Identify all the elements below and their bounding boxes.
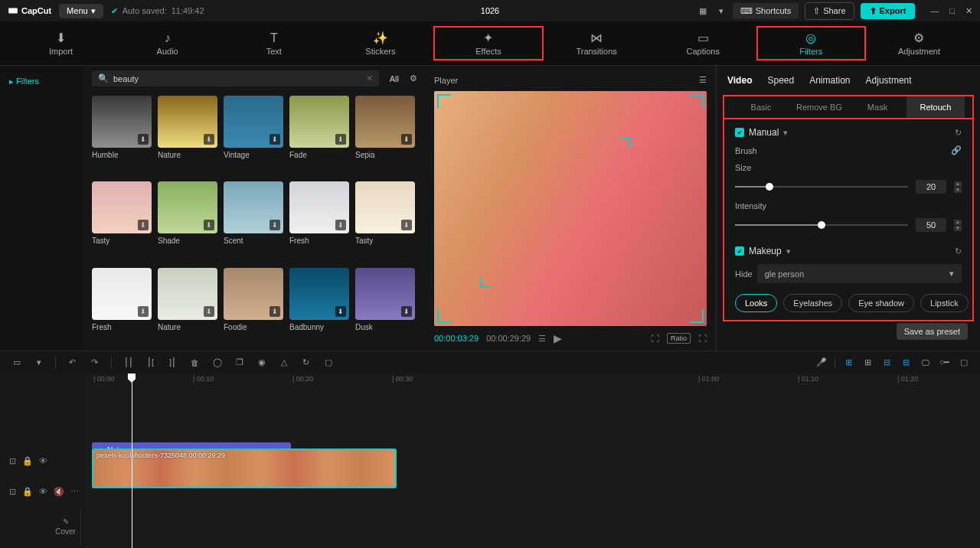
filter-sepia[interactable]: ⬇Sepia: [355, 96, 415, 174]
playhead[interactable]: [132, 373, 132, 548]
download-icon[interactable]: ⬇: [270, 306, 280, 317]
inspector-tab-speed[interactable]: Speed: [767, 75, 794, 86]
size-step-down[interactable]: ▼: [954, 188, 962, 193]
media-tab-adjustment[interactable]: ⚙Adjustment: [866, 26, 972, 60]
layout-dropdown-icon[interactable]: ▾: [716, 5, 727, 18]
filter-nature[interactable]: ⬇Nature: [158, 268, 217, 346]
fullscreen-icon[interactable]: ⛶: [698, 334, 707, 343]
minimize-button[interactable]: —: [930, 6, 939, 16]
makeup-checkbox[interactable]: ✔: [735, 246, 744, 256]
download-icon[interactable]: ⬇: [138, 306, 149, 317]
download-icon[interactable]: ⬇: [335, 220, 346, 230]
eye-icon[interactable]: 👁: [39, 487, 47, 496]
size-step-up[interactable]: ▲: [954, 181, 962, 187]
reset-makeup-icon[interactable]: ↻: [955, 246, 962, 256]
trim-left-icon[interactable]: ⎮[: [145, 357, 156, 367]
download-icon[interactable]: ⬇: [335, 134, 346, 145]
filter-fresh[interactable]: ⬇Fresh: [92, 268, 152, 346]
filter-scent[interactable]: ⬇Scent: [224, 181, 283, 259]
timeline-ruler[interactable]: | 00:00| 00:10| 00:20| 00:30| 01:00| 01:…: [86, 373, 980, 390]
zoom-slider-icon[interactable]: ○━: [939, 357, 950, 367]
inspector-subtab-retouch[interactable]: Retouch: [906, 96, 965, 118]
shield-icon[interactable]: ◯: [211, 357, 223, 367]
filter-nature[interactable]: ⬇Nature: [158, 96, 217, 174]
play-button[interactable]: ▶: [554, 332, 562, 344]
brush-link-icon[interactable]: 🔗: [951, 145, 962, 155]
export-button[interactable]: ⬆ Export: [861, 3, 916, 19]
menu-button[interactable]: Menu▾: [59, 4, 103, 18]
copy-icon[interactable]: ❐: [234, 357, 245, 367]
save-preset-button[interactable]: Save as preset: [897, 323, 968, 340]
fit-icon[interactable]: ▢: [958, 357, 969, 367]
maximize-button[interactable]: □: [949, 6, 955, 16]
filter-fade[interactable]: ⬇Fade: [289, 96, 349, 174]
shortcuts-button[interactable]: ⌨ Shortcuts: [733, 3, 799, 19]
lock2-icon[interactable]: 🔒: [22, 487, 33, 497]
download-icon[interactable]: ⬇: [204, 220, 214, 230]
snap-icon-1[interactable]: ⊞: [843, 357, 854, 367]
intensity-value-input[interactable]: [916, 218, 946, 232]
filter-dusk[interactable]: ⬇Dusk: [355, 268, 415, 346]
download-icon[interactable]: ⬇: [270, 220, 280, 230]
sort-icon[interactable]: ⚙: [410, 73, 417, 83]
snap-icon-2[interactable]: ⊞: [862, 357, 874, 367]
media-tab-audio[interactable]: ♪Audio: [114, 26, 220, 60]
trim-right-icon[interactable]: ]⎮: [167, 357, 178, 367]
snap-icon-4[interactable]: ⊟: [900, 357, 912, 367]
intensity-step-up[interactable]: ▲: [954, 220, 962, 225]
select-tool-icon[interactable]: ▭: [11, 357, 22, 367]
filter-humble[interactable]: ⬇Humble: [92, 96, 152, 174]
monitor-icon[interactable]: 🖵: [920, 358, 931, 367]
media-tab-text[interactable]: TText: [220, 26, 327, 60]
inspector-tab-video[interactable]: Video: [727, 75, 752, 86]
download-icon[interactable]: ⬇: [401, 306, 412, 317]
crop-icon[interactable]: ⛶: [651, 334, 659, 343]
layout-icon[interactable]: ▦: [696, 5, 710, 18]
filter-fresh[interactable]: ⬇Fresh: [289, 181, 349, 259]
media-tab-import[interactable]: ⬇Import: [8, 26, 114, 60]
list-icon[interactable]: ☰: [538, 334, 546, 344]
sidebar-filters[interactable]: ▸ Filters: [0, 70, 84, 93]
media-tab-filters[interactable]: ◎Filters: [756, 26, 866, 60]
redo-icon[interactable]: ↷: [89, 357, 100, 367]
download-icon[interactable]: ⬇: [401, 134, 412, 145]
intensity-step-down[interactable]: ▼: [954, 226, 962, 231]
makeup-chip-looks[interactable]: Looks: [735, 294, 777, 312]
clear-icon[interactable]: ✕: [366, 73, 373, 83]
reset-manual-icon[interactable]: ↻: [955, 128, 962, 138]
manual-checkbox[interactable]: ✔: [735, 128, 744, 137]
mute-icon[interactable]: 🔇: [54, 487, 64, 497]
lock-icon[interactable]: ⊡: [9, 487, 16, 497]
media-tab-effects[interactable]: ✦Effects: [433, 26, 543, 60]
download-icon[interactable]: ⬇: [138, 134, 149, 145]
intensity-slider[interactable]: [735, 224, 908, 226]
size-slider[interactable]: [735, 186, 908, 188]
lock2-icon[interactable]: 🔒: [22, 456, 33, 466]
mirror-icon[interactable]: △: [278, 357, 289, 367]
more-icon[interactable]: ⋯: [70, 487, 79, 497]
video-clip[interactable]: pexels-koolshooters-7325048 00:00:29:29: [92, 449, 397, 488]
player-canvas[interactable]: [434, 91, 707, 326]
lock-icon[interactable]: ⊡: [9, 456, 16, 466]
makeup-chip-lipstick[interactable]: Lipstick: [920, 294, 969, 312]
undo-icon[interactable]: ↶: [67, 357, 78, 367]
inspector-tab-adjustment[interactable]: Adjustment: [866, 75, 912, 86]
download-icon[interactable]: ⬇: [270, 134, 280, 145]
download-icon[interactable]: ⬇: [204, 306, 214, 317]
download-icon[interactable]: ⬇: [204, 134, 214, 145]
inspector-tab-animation[interactable]: Animation: [809, 75, 850, 86]
delete-icon[interactable]: 🗑: [189, 358, 201, 367]
download-icon[interactable]: ⬇: [401, 220, 412, 230]
search-input[interactable]: [113, 74, 361, 83]
size-value-input[interactable]: [916, 180, 946, 194]
player-menu-icon[interactable]: ☰: [699, 75, 707, 85]
split-icon[interactable]: ⎮⎮: [122, 357, 134, 367]
filter-vintage[interactable]: ⬇Vintage: [224, 96, 283, 174]
close-button[interactable]: ✕: [965, 6, 972, 16]
search-input-wrapper[interactable]: 🔍 ✕: [92, 70, 379, 86]
filter-tasty[interactable]: ⬇Tasty: [92, 181, 152, 259]
download-icon[interactable]: ⬇: [335, 306, 346, 317]
filter-tasty[interactable]: ⬇Tasty: [355, 181, 415, 259]
mic-icon[interactable]: 🎤: [815, 357, 827, 367]
filter-shade[interactable]: ⬇Shade: [158, 181, 217, 259]
